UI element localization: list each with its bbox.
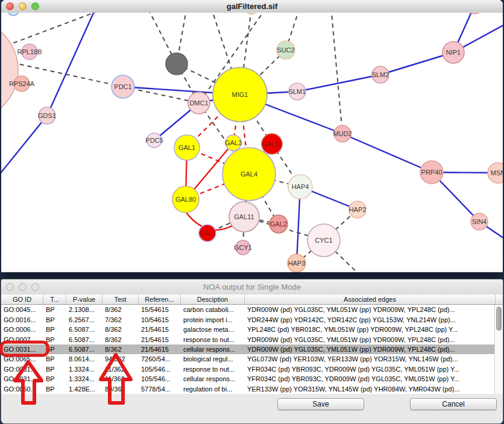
table-cell: 1.428E... xyxy=(66,385,102,393)
table-cell: 8/362 xyxy=(102,346,139,353)
table-cell: GO:0016... xyxy=(1,316,43,323)
table-cell: 105/546... xyxy=(139,366,181,373)
table-row[interactable]: GO:0031...BP1.3324...11/362105/546...res… xyxy=(1,364,496,374)
table-cell: YDR009W (pd) YGL035C, YML051W (pp) YDR00… xyxy=(245,306,496,313)
zoom-button[interactable] xyxy=(31,283,39,291)
graph-window-title: galFiltered.sif xyxy=(227,2,278,11)
results-table: GO:0045...BP2.1308...8/36215/54615carbon… xyxy=(1,305,496,394)
table-cell: 21/54615 xyxy=(139,336,181,343)
graph-edge-gray xyxy=(6,13,118,46)
graph-window-titlebar[interactable]: galFiltered.sif xyxy=(1,0,503,13)
table-cell: YDR009W (pd) YGL035C, YML051W (pp) YDR00… xyxy=(245,336,496,343)
zoom-button[interactable] xyxy=(31,2,39,10)
node-label-DMC1: DMC1 xyxy=(189,99,208,107)
table-cell: 15/54615 xyxy=(139,306,181,313)
node-label-SIN4: SIN4 xyxy=(472,218,487,225)
column-header-t[interactable]: T... xyxy=(43,295,66,304)
minimize-button[interactable] xyxy=(19,2,27,10)
column-header-pvalue[interactable]: P-value xyxy=(66,295,102,304)
table-row[interactable]: GO:0016...BP6.2567...7/36210/54615protei… xyxy=(1,314,496,324)
table-row[interactable]: GO:0007...BP6.5087...8/36221/54615respon… xyxy=(1,334,496,344)
table-cell: GO:0031... xyxy=(1,346,43,353)
table-cell: GO:0031... xyxy=(1,375,43,382)
noa-window-titlebar[interactable]: NOA output for Single Mode xyxy=(1,279,503,295)
node-label-CYC1: CYC1 xyxy=(315,237,332,244)
node-tinyblue[interactable] xyxy=(8,13,19,16)
table-cell: 11/362 xyxy=(102,366,139,373)
table-cell: BP xyxy=(43,355,66,363)
graph-window: galFiltered.sif RPL18BRPS24AGDS1PDC1DMC1… xyxy=(1,0,503,272)
node-label-GAL11: GAL11 xyxy=(234,213,254,220)
table-row[interactable]: GO:0050...BP1.428E...80/3625778/54...reg… xyxy=(1,384,496,394)
table-row[interactable]: GO:0065...BP8.0614...94/3627260/54...bio… xyxy=(1,354,496,364)
table-cell: YFR034C (pd) YBR093C, YDR009W (pd) YGL03… xyxy=(245,366,496,373)
node-label-HAP4: HAP4 xyxy=(292,183,309,190)
table-row-selected[interactable]: GO:0031...BP6.5087...8/36221/54615cellul… xyxy=(1,344,496,354)
table-cell: 5778/54... xyxy=(139,385,181,393)
table-cell: 8/362 xyxy=(102,336,139,343)
column-header-test[interactable]: Test xyxy=(102,295,139,304)
network-canvas[interactable]: RPL18BRPS24AGDS1PDC1DMC1MIG1SUC2SLM1SLM2… xyxy=(1,13,503,272)
table-cell: GO:0031... xyxy=(1,366,43,373)
table-cell: YER133W (pp) YOR315W, YNL145W (pd) YHR08… xyxy=(245,385,496,393)
table-cell: BP xyxy=(43,336,66,343)
table-header-row: GO IDT...P-valueTestReferen...Desciption… xyxy=(1,295,503,305)
node-topgreen[interactable] xyxy=(246,13,257,14)
table-cell: YDR009W (pd) YGL035C, YML051W (pp) YDR00… xyxy=(245,346,496,353)
table-cell: BP xyxy=(43,385,66,393)
node-label-SUC2: SUC2 xyxy=(277,46,294,54)
node-label-GAL3: GAL3 xyxy=(225,139,242,146)
close-button[interactable] xyxy=(6,283,14,291)
scrollbar-thumb[interactable] xyxy=(496,307,502,331)
table-row[interactable]: GO:0031...BP1.3324...11/362105/546...cel… xyxy=(1,374,496,384)
minimize-button[interactable] xyxy=(19,283,27,291)
table-cell: 8.0614... xyxy=(66,355,102,363)
column-header-referen[interactable]: Referen... xyxy=(139,295,181,304)
node-label-GCY1: GCY1 xyxy=(234,244,252,251)
node-label-SLM1: SLM1 xyxy=(289,88,306,95)
table-row[interactable]: GO:0045...BP2.1308...8/36215/54615carbon… xyxy=(1,305,496,314)
node-label-GAL2: GAL2 xyxy=(270,220,287,228)
noa-window-title: NOA output for Single Mode xyxy=(203,282,301,292)
cancel-button[interactable]: Cancel xyxy=(410,398,497,410)
table-cell: 2.1308... xyxy=(66,306,102,313)
node-label-GDS1: GDS1 xyxy=(38,112,56,119)
column-header-desciption[interactable]: Desciption xyxy=(181,295,245,304)
table-cell: YPL248C (pd) YBR018C, YML051W (pp) YDR00… xyxy=(245,326,496,333)
table-cell: BP xyxy=(43,346,66,353)
node-darknode[interactable] xyxy=(166,53,187,75)
table-cell: 6.2567... xyxy=(66,316,102,323)
graph-edge-blue xyxy=(47,13,98,116)
table-cell: response to nut... xyxy=(181,336,245,343)
column-header-goid[interactable]: GO ID xyxy=(1,295,43,304)
close-button[interactable] xyxy=(6,2,14,10)
table-cell: 1.3324... xyxy=(66,366,102,373)
table-cell: protein import i... xyxy=(181,316,245,323)
noa-output-window: NOA output for Single Mode GO IDT...P-va… xyxy=(1,279,503,424)
node-label-MIG1: MIG1 xyxy=(232,91,248,98)
table-cell: cellular respons... xyxy=(181,375,245,382)
table-cell: BP xyxy=(43,316,66,323)
save-button[interactable]: Save xyxy=(277,398,364,410)
table-row[interactable]: GO:0006...BP6.5087...8/36221/54615galact… xyxy=(1,325,496,334)
node-label-GAL10: GAL10 xyxy=(262,140,282,148)
node-label-GAL1: GAL1 xyxy=(178,144,195,151)
graph-edge-gray xyxy=(330,13,342,134)
table-cell: GO:0006... xyxy=(1,326,43,333)
node-label-RPS24A: RPS24A xyxy=(9,80,35,87)
graph-edge-blue xyxy=(380,52,453,75)
node-bigleft[interactable] xyxy=(1,19,18,120)
table-cell: GO:0065... xyxy=(1,355,43,363)
column-header-associatededges[interactable]: Associated edges xyxy=(245,295,496,304)
node-label-HAP3: HAP3 xyxy=(288,260,306,267)
vertical-scrollbar[interactable] xyxy=(494,305,503,394)
node-label-PDC5: PDC5 xyxy=(145,137,163,144)
table-cell: 6.5087... xyxy=(66,336,102,343)
table-cell: YGL073W (pd) YER103W, YER133W (pp) YOR31… xyxy=(245,355,496,363)
table-cell: BP xyxy=(43,366,66,373)
table-cell: BP xyxy=(43,306,66,313)
node-topright[interactable] xyxy=(466,13,483,14)
table-cell: 10/54615 xyxy=(139,316,181,323)
table-cell: GO:0045... xyxy=(1,306,43,313)
table-cell: GO:0007... xyxy=(1,336,43,343)
